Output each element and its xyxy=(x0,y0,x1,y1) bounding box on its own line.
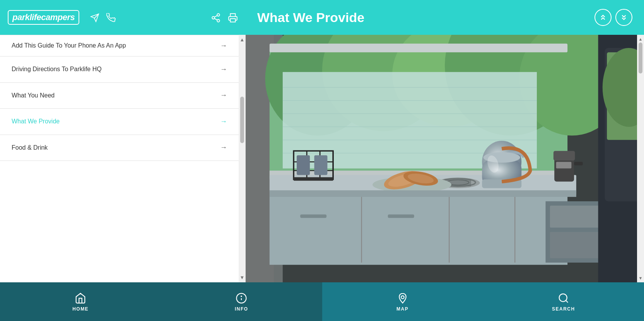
header-icons xyxy=(90,12,116,22)
nav-item-directions[interactable]: Driving Directions To Parklife HQ → xyxy=(0,56,239,82)
app-container: parklifecampers xyxy=(0,0,644,321)
bottom-nav-search[interactable]: SEARCH xyxy=(483,282,644,321)
nav-arrow-directions: → xyxy=(220,65,227,73)
left-panel: parklifecampers xyxy=(0,0,246,282)
nav-item-what-we-provide[interactable]: What We Provide → xyxy=(0,109,239,135)
bottom-nav-home[interactable]: HOME xyxy=(0,282,161,321)
scroll-up-arrow[interactable]: ▲ xyxy=(239,37,246,43)
svg-rect-49 xyxy=(297,155,310,175)
svg-rect-7 xyxy=(231,19,236,22)
svg-rect-17 xyxy=(270,44,567,53)
bottom-nav-info[interactable]: INFO xyxy=(161,282,322,321)
header-right-icons xyxy=(211,12,238,22)
nav-item-label-what-you-need: What You Need xyxy=(12,91,55,100)
main-content: parklifecampers xyxy=(0,0,644,282)
svg-point-73 xyxy=(401,296,404,299)
logo-text: parklifecampers xyxy=(8,10,79,25)
svg-point-2 xyxy=(217,14,220,16)
info-icon xyxy=(236,292,247,304)
search-label: SEARCH xyxy=(552,306,575,312)
svg-point-3 xyxy=(212,16,215,19)
nav-arrow-add-guide: → xyxy=(220,42,227,50)
scroll-up-button[interactable] xyxy=(594,9,612,26)
left-content-wrap: Add This Guide To Your Phone As An App →… xyxy=(0,35,246,282)
camper-kitchen-image xyxy=(246,35,644,282)
nav-item-label-directions: Driving Directions To Parklife HQ xyxy=(12,65,102,73)
bottom-nav-map[interactable]: MAP xyxy=(322,282,483,321)
nav-list: Add This Guide To Your Phone As An App →… xyxy=(0,35,239,161)
home-icon xyxy=(75,292,86,304)
nav-item-what-you-need[interactable]: What You Need → xyxy=(0,83,239,109)
svg-rect-29 xyxy=(270,195,567,265)
svg-rect-61 xyxy=(554,157,574,181)
nav-item-label-food-drink: Food & Drink xyxy=(12,143,48,152)
info-label: INFO xyxy=(235,306,248,312)
right-scroll-down[interactable]: ▼ xyxy=(637,276,644,280)
right-scroll-thumb[interactable] xyxy=(639,43,642,73)
logo[interactable]: parklifecampers xyxy=(8,10,79,25)
right-scrollbar[interactable]: ▲ ▼ xyxy=(637,35,644,282)
nav-arrow-what-you-need: → xyxy=(220,91,227,99)
svg-point-4 xyxy=(217,19,220,22)
search-icon xyxy=(558,292,569,304)
svg-line-5 xyxy=(214,18,217,20)
svg-rect-50 xyxy=(314,155,327,175)
scroll-down-button[interactable] xyxy=(615,9,632,26)
svg-rect-48 xyxy=(294,177,333,181)
nav-item-food-drink[interactable]: Food & Drink → xyxy=(0,135,239,161)
svg-rect-63 xyxy=(556,162,572,168)
send-icon[interactable] xyxy=(90,12,99,22)
svg-point-74 xyxy=(559,294,567,302)
home-label: HOME xyxy=(72,306,89,312)
map-label: MAP xyxy=(396,306,408,312)
right-panel: What We Provide xyxy=(246,0,644,282)
right-scroll-up[interactable]: ▲ xyxy=(637,37,644,41)
scroll-down-arrow[interactable]: ▼ xyxy=(239,275,246,280)
bottom-nav: HOME INFO MAP xyxy=(0,282,644,321)
nav-item-label-add-guide: Add This Guide To Your Phone As An App xyxy=(12,41,126,50)
left-nav-wrap: Add This Guide To Your Phone As An App →… xyxy=(0,35,239,282)
print-icon[interactable] xyxy=(228,12,238,22)
nav-arrow-food-drink: → xyxy=(220,143,227,152)
svg-rect-33 xyxy=(300,214,326,218)
phone-icon[interactable] xyxy=(106,12,116,22)
right-panel-title: What We Provide xyxy=(257,10,364,25)
svg-rect-62 xyxy=(553,151,575,160)
scroll-thumb[interactable] xyxy=(240,97,244,143)
svg-line-6 xyxy=(214,15,217,17)
svg-rect-34 xyxy=(388,214,414,218)
map-icon xyxy=(397,292,408,304)
nav-item-add-guide[interactable]: Add This Guide To Your Phone As An App → xyxy=(0,35,239,56)
nav-item-label-what-we-provide: What We Provide xyxy=(12,117,60,126)
right-header-controls xyxy=(594,9,632,26)
left-scrollbar[interactable]: ▲ ▼ xyxy=(239,35,246,282)
share-icon[interactable] xyxy=(211,12,221,22)
left-header: parklifecampers xyxy=(0,0,246,35)
svg-rect-64 xyxy=(574,162,583,165)
nav-arrow-what-we-provide: → xyxy=(220,118,227,126)
right-image-container: ▲ ▼ xyxy=(246,35,644,282)
svg-rect-65 xyxy=(270,190,576,197)
svg-line-75 xyxy=(566,301,568,302)
right-header: What We Provide xyxy=(246,0,644,35)
